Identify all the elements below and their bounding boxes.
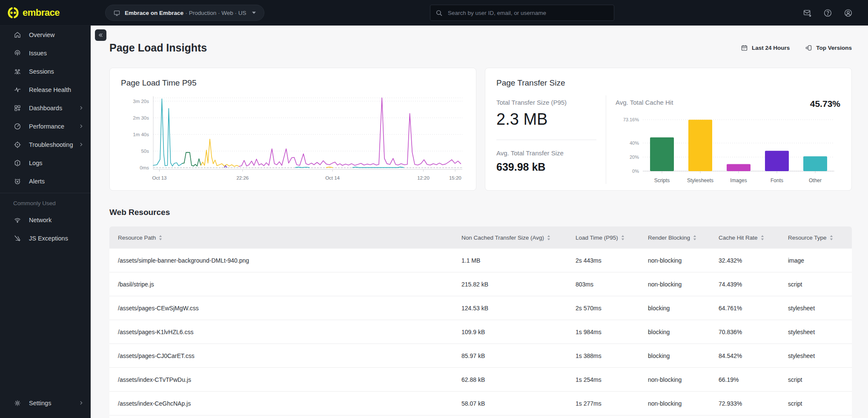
sort-icon[interactable] (621, 235, 625, 240)
help-icon[interactable] (823, 9, 832, 17)
sort-icon[interactable] (761, 235, 764, 240)
column-header-resource-type[interactable]: Resource Type (788, 235, 852, 241)
series-version-yellow (201, 139, 239, 166)
sidebar-item-performance[interactable]: Performance (0, 117, 91, 135)
embrace-logo[interactable]: embrace (7, 0, 60, 26)
sidebar-item-overview[interactable]: Overview (0, 26, 91, 44)
table-row[interactable]: /assets/pages-CEwSjMgW.css124.53 kB2s 57… (109, 296, 852, 320)
sort-icon[interactable] (693, 235, 696, 240)
cell-cache-hit-rate: 84.542% (719, 352, 788, 359)
series-version-teal (153, 99, 182, 166)
sidebar-item-logs[interactable]: Logs (0, 154, 91, 172)
table-row[interactable]: /basil/stripe.js215.82 kB803msnon-blocki… (109, 272, 852, 296)
svg-text:50s: 50s (141, 149, 149, 154)
sidebar-section-label: Commonly Used (0, 197, 91, 211)
cell-resource-path[interactable]: /basil/stripe.js (109, 281, 461, 288)
cell-resource-path[interactable]: /assets/pages-K1lvHZL6.css (109, 329, 461, 335)
column-header-cache-hit-rate[interactable]: Cache Hit Rate (719, 235, 788, 241)
sidebar-item-issues[interactable]: Issues (0, 44, 91, 62)
column-header-render-blocking[interactable]: Render Blocking (648, 235, 719, 241)
cell-render-blocking: blocking (648, 352, 719, 359)
sidebar-item-js-exceptions[interactable]: JS Exceptions (0, 229, 91, 247)
chevron-right-icon (78, 400, 84, 406)
sidebar-item-dashboards[interactable]: Dashboards (0, 99, 91, 117)
cell-resource-path[interactable]: /assets/simple-banner-background-DMLt-94… (109, 257, 461, 264)
dashboards-icon (13, 104, 22, 112)
monitor-icon (113, 9, 120, 17)
sidebar-item-label: JS Exceptions (29, 235, 68, 242)
cell-resource-path[interactable]: /assets/pages-CJ0CarET.css (109, 352, 461, 359)
sidebar-item-release-health[interactable]: Release Health (0, 80, 91, 99)
column-header-non-cached-transfer-size-avg[interactable]: Non Cached Transfer Size (Avg) (461, 235, 576, 241)
bar-fonts[interactable] (765, 151, 789, 171)
table-row[interactable]: /assets/pages-CJ0CarET.css85.97 kB1s 388… (109, 344, 852, 368)
sort-icon[interactable] (547, 235, 550, 240)
svg-text:15:20: 15:20 (449, 175, 461, 180)
column-label: Non Cached Transfer Size (Avg) (461, 235, 544, 241)
sort-icon[interactable] (830, 235, 833, 240)
column-label: Resource Path (118, 235, 156, 241)
cell-resource-type: stylesheet (788, 352, 852, 359)
bar-stylesheets[interactable] (688, 120, 712, 171)
transfer-card-title: Page Transfer Size (496, 78, 840, 88)
series-version-teal-late (295, 167, 309, 167)
cell-cache-hit-rate: 72.933% (719, 400, 788, 407)
svg-text:73.16%: 73.16% (623, 117, 639, 122)
sidebar-divider (0, 193, 91, 193)
sort-icon[interactable] (159, 235, 162, 240)
table-row[interactable]: /assets/index-CTvTPwDu.js62.88 kB1s 254m… (109, 368, 852, 392)
sidebar-item-label: Network (29, 217, 52, 223)
svg-text:Other: Other (809, 178, 822, 183)
cache-hit-value: 45.73% (810, 99, 840, 109)
sidebar-item-troubleshooting[interactable]: Troubleshooting (0, 135, 91, 154)
cell-resource-path[interactable]: /assets/index-CeGhcNAp.js (109, 400, 461, 407)
time-range-selector[interactable]: Last 24 Hours (741, 44, 790, 52)
table-row[interactable]: /assets/index-CeGhcNAp.js58.07 kB1s 277m… (109, 392, 852, 415)
page-load-time-chart: 0ms50s1m 40s2m 30s3m 20sOct 1322:26Oct 1… (121, 92, 465, 182)
search-input[interactable] (447, 9, 609, 17)
table-row[interactable]: /assets/pages-K1lvHZL6.css109.9 kB1s 984… (109, 320, 852, 344)
page-transfer-size-card: Page Transfer Size Total Transfer Size (… (485, 68, 852, 191)
collapse-sidebar-icon (98, 32, 103, 38)
table-row[interactable]: /assets/simple-banner-background-DMLt-94… (109, 249, 852, 272)
svg-text:40%: 40% (630, 140, 639, 146)
sidebar-item-sessions[interactable]: Sessions (0, 62, 91, 80)
cell-resource-path[interactable]: /assets/pages-CEwSjMgW.css (109, 305, 461, 312)
account-icon[interactable] (844, 9, 853, 17)
sidebar-item-label: Sessions (29, 68, 54, 75)
column-header-resource-path[interactable]: Resource Path (109, 235, 461, 241)
cell-resource-path[interactable]: /assets/index-CTvTPwDu.js (109, 376, 461, 383)
cell-resource-type: stylesheet (788, 305, 852, 312)
transfer-stats: Total Transfer Size (P95) 2.3 MB Avg. To… (496, 93, 596, 184)
svg-text:12:20: 12:20 (417, 175, 430, 180)
header-controls: Last 24 Hours Top Versions (741, 44, 852, 52)
cell-load-time-p95: 1s 254ms (576, 376, 648, 383)
bar-images[interactable] (727, 164, 751, 172)
cell-cache-hit-rate: 70.836% (719, 329, 788, 335)
sidebar-item-label: Issues (29, 50, 47, 57)
cell-cache-hit-rate: 32.432% (719, 257, 788, 264)
top-versions-toggle[interactable]: Top Versions (805, 44, 852, 52)
sidebar-item-settings[interactable]: Settings (0, 394, 91, 412)
chevron-right-icon (78, 105, 84, 111)
cell-non-cached-transfer-size-avg: 124.53 kB (461, 305, 576, 312)
column-header-load-time-p95[interactable]: Load Time (P95) (576, 235, 648, 241)
chevron-down-icon (252, 11, 256, 14)
calendar-icon (741, 44, 748, 52)
sidebar-item-network[interactable]: Network (0, 211, 91, 229)
cell-render-blocking: non-blocking (648, 281, 719, 288)
release-health-icon (13, 86, 22, 94)
mail-icon[interactable] (803, 9, 812, 17)
sessions-icon (13, 68, 22, 75)
cell-resource-type: script (788, 281, 852, 288)
environment-selector[interactable]: Embrace on Embrace · Production · Web · … (105, 5, 264, 21)
bar-scripts[interactable] (650, 137, 674, 171)
sidebar-item-alerts[interactable]: Alerts (0, 172, 91, 190)
time-range-label: Last 24 Hours (752, 45, 790, 51)
cell-non-cached-transfer-size-avg: 1.1 MB (461, 257, 576, 264)
svg-text:Oct 14: Oct 14 (325, 175, 340, 180)
cell-render-blocking: non-blocking (648, 376, 719, 383)
bar-other[interactable] (803, 156, 827, 171)
collapse-sidebar-button[interactable] (95, 29, 106, 41)
vertical-divider (606, 95, 606, 184)
